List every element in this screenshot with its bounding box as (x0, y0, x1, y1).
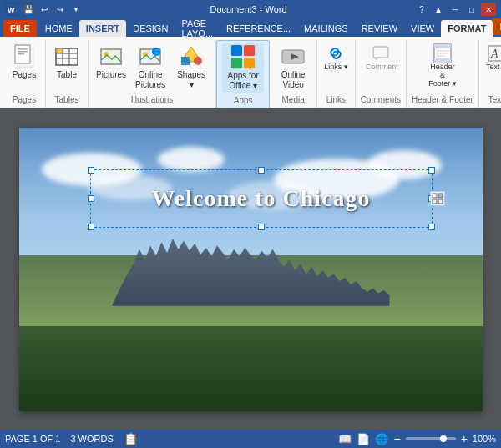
svg-rect-22 (181, 57, 190, 65)
tab-view[interactable]: VIEW (404, 20, 441, 37)
online-pictures-button[interactable]: 🌐 Online Pictures (132, 42, 169, 92)
pictures-icon (98, 43, 124, 70)
svg-rect-27 (244, 58, 255, 68)
ribbon-tabs: FILE HOME INSERT DESIGN PAGE LAYO... REF… (0, 18, 501, 37)
ribbon-group-pages: Pages Pages (3, 40, 46, 108)
pages-icon (11, 43, 38, 70)
svg-rect-32 (434, 44, 451, 48)
pictures-label: Pictures (96, 70, 126, 80)
table-label: Table (57, 70, 77, 80)
ribbon-group-illustrations: Pictures 🌐 Online Pictures Shapes ▾ Illu… (89, 40, 216, 108)
svg-rect-43 (433, 199, 437, 204)
help-btn[interactable]: ? (414, 3, 429, 16)
tables-group-content: Table (51, 42, 83, 95)
zoom-plus-btn[interactable]: + (461, 432, 468, 445)
pages-group-content: Pages (8, 42, 40, 95)
proofing-icon[interactable]: 📋 (124, 432, 138, 445)
table-icon (53, 43, 80, 70)
ribbon-group-tables: Table Tables (46, 40, 89, 108)
status-right: 📖 📄 🌐 − + 100% (338, 432, 496, 445)
tab-review[interactable]: REVIEW (355, 20, 404, 37)
word-icon: W (5, 3, 18, 16)
apps-for-office-button[interactable]: Apps for Office ▾ (222, 43, 264, 93)
tab-dr[interactable]: DR... (493, 18, 501, 35)
view-web-icon[interactable]: 🌐 (375, 433, 388, 445)
svg-rect-41 (433, 194, 437, 198)
comments-group-label: Comments (361, 95, 401, 106)
zoom-thumb (440, 435, 447, 442)
comment-label: Comment (366, 63, 396, 72)
ribbon-group-comments: Comment Comments (356, 40, 407, 108)
text-label: Text ▾ (486, 63, 501, 72)
undo-btn[interactable]: ↩ (38, 3, 51, 16)
zoom-slider[interactable] (406, 437, 456, 440)
text-group-content: A Text ▾ (484, 42, 501, 95)
svg-rect-14 (56, 48, 63, 53)
illustrations-group-label: Illustrations (94, 95, 210, 106)
apps-group-label: Apps (222, 96, 264, 107)
ribbon-group-header-footer: Header &Footer ▾ Header & Footer (407, 40, 479, 108)
welcome-text[interactable]: Welcome to Chicago (90, 169, 433, 228)
text-box-container[interactable]: Welcome to Chicago (90, 169, 433, 228)
shapes-button[interactable]: Shapes ▾ (172, 42, 210, 92)
ribbon-collapse-btn[interactable]: ▲ (431, 3, 446, 16)
ribbon-group-text: A Text ▾ Text (479, 40, 501, 108)
header-footer-icon (433, 43, 453, 63)
view-read-icon[interactable]: 📖 (338, 433, 352, 445)
svg-rect-30 (373, 47, 388, 58)
svg-rect-26 (231, 58, 242, 68)
text-group-label: Text (484, 95, 501, 106)
tab-file[interactable]: FILE (3, 20, 37, 37)
illustrations-group-content: Pictures 🌐 Online Pictures Shapes ▾ (94, 42, 210, 95)
header-footer-button[interactable]: Header &Footer ▾ (426, 42, 459, 90)
tab-design[interactable]: DESIGN (126, 20, 175, 37)
tab-mailings[interactable]: MAILINGS (297, 20, 355, 37)
media-group-content: Online Video (275, 42, 311, 95)
svg-rect-25 (244, 45, 255, 56)
svg-rect-44 (438, 199, 443, 204)
maximize-btn[interactable]: □ (464, 3, 479, 16)
tab-home[interactable]: HOME (38, 20, 79, 37)
apps-for-office-icon (230, 44, 256, 71)
save-quick-btn[interactable]: 💾 (22, 3, 35, 16)
customize-btn[interactable]: ▼ (69, 3, 83, 16)
text-button[interactable]: A Text ▾ (484, 42, 501, 73)
online-video-button[interactable]: Online Video (275, 42, 311, 92)
tab-references[interactable]: REFERENCE... (220, 20, 297, 37)
zoom-minus-btn[interactable]: − (393, 432, 400, 445)
comment-button[interactable]: Comment (364, 42, 397, 73)
tab-format[interactable]: FORMAT (441, 20, 493, 37)
media-group-label: Media (275, 95, 311, 106)
window-title: Document3 - Word (83, 4, 414, 14)
minimize-btn[interactable]: ─ (448, 3, 463, 16)
header-footer-group-content: Header &Footer ▾ (426, 42, 459, 95)
redo-btn[interactable]: ↪ (53, 3, 67, 16)
title-bar-left: W 💾 ↩ ↪ ▼ (5, 3, 83, 16)
tab-page-layout[interactable]: PAGE LAYO... (175, 20, 220, 37)
pages-button[interactable]: Pages (8, 42, 40, 82)
comment-icon (371, 43, 391, 63)
svg-text:🌐: 🌐 (154, 48, 161, 56)
tab-insert[interactable]: INSERT (79, 20, 126, 37)
shapes-label: Shapes ▾ (175, 70, 208, 90)
view-print-icon[interactable]: 📄 (357, 433, 370, 445)
online-pictures-label: Online Pictures (134, 70, 166, 90)
zoom-percent: 100% (473, 434, 496, 444)
page-info: PAGE 1 OF 1 (5, 434, 60, 444)
ribbon-group-links: Links ▾ Links (317, 40, 356, 108)
table-button[interactable]: Table (51, 42, 83, 82)
apps-group-content: Apps for Office ▾ (222, 43, 264, 96)
shapes-icon (178, 43, 205, 70)
svg-rect-6 (18, 51, 28, 53)
word-count: 3 WORDS (70, 434, 113, 444)
links-label: Links ▾ (324, 63, 348, 72)
header-footer-label: Header &Footer ▾ (428, 63, 458, 88)
pictures-button[interactable]: Pictures (94, 42, 129, 82)
ribbon-group-apps: Apps for Office ▾ Apps (216, 40, 270, 108)
document-area: ↻ (0, 108, 501, 430)
svg-text:A: A (490, 48, 498, 60)
online-video-label: Online Video (277, 70, 309, 90)
close-btn[interactable]: ✕ (481, 3, 496, 16)
links-button[interactable]: Links ▾ (322, 42, 350, 73)
title-bar: W 💾 ↩ ↪ ▼ Document3 - Word ? ▲ ─ □ ✕ (0, 0, 501, 18)
